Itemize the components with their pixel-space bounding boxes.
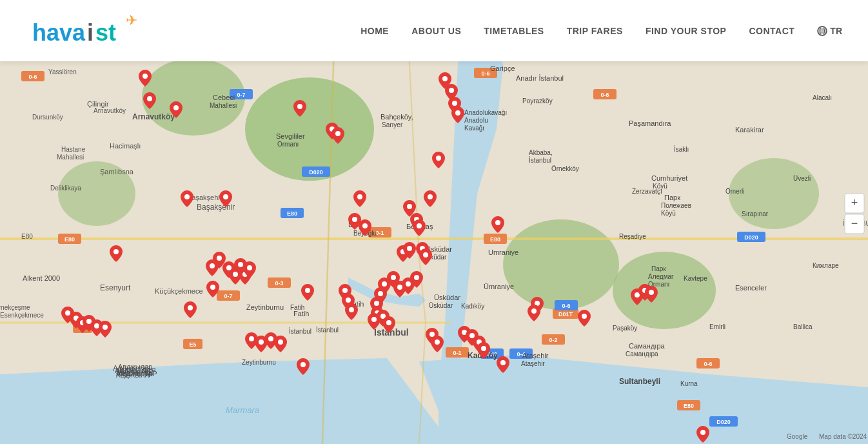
svg-text:Köyü: Köyü [661,210,676,217]
svg-text:Cebeci: Cebeci [213,94,235,101]
svg-text:st: st [95,19,116,46]
nav-links: HOME ABOUT US TIMETABLES TRIP FARES FIND… [360,26,842,36]
svg-text:E80: E80 [21,233,33,240]
svg-point-190 [278,339,283,345]
svg-text:Ömerli: Ömerli [725,188,744,195]
svg-text:Şamlıbsna: Şamlıbsna [100,168,134,176]
svg-text:0-2: 0-2 [549,337,557,343]
svg-text:D020: D020 [309,169,323,176]
svg-text:Örnekköy: Örnekköy [551,165,579,172]
svg-text:Arnavutköy: Arnavutköy [132,112,175,121]
svg-point-152 [297,104,302,109]
svg-point-220 [635,292,640,298]
svg-text:İstanbul: İstanbul [529,156,551,164]
svg-point-212 [582,314,587,319]
svg-text:Poyrazköy: Poyrazköy [522,97,553,105]
svg-point-5 [613,252,716,329]
svg-point-185 [305,288,310,293]
svg-text:✈: ✈ [126,12,137,28]
svg-text:Hacimaşlı: Hacimaşlı [110,142,141,150]
nav-trip-fares[interactable]: TRIP FARES [567,26,623,36]
nav-contact[interactable]: CONTACT [749,26,794,36]
svg-text:hava: hava [32,19,86,46]
svg-text:Reşadiye: Reşadiye [619,233,646,240]
svg-point-189 [268,336,273,341]
nav-find-stop[interactable]: FIND YOUR STOP [646,26,727,36]
svg-point-165 [407,246,412,251]
svg-point-178 [386,320,391,325]
svg-text:0-6: 0-6 [28,74,37,80]
svg-point-169 [406,281,411,287]
svg-point-150 [147,96,152,101]
svg-point-214 [469,333,475,338]
svg-text:Google: Google [787,433,808,440]
svg-point-202 [113,249,119,254]
svg-text:0-6: 0-6 [562,303,570,309]
svg-point-155 [442,76,448,81]
svg-text:Mahallesi: Mahallesi [57,154,84,161]
lang-label: TR [830,26,842,36]
svg-point-176 [371,317,377,322]
svg-text:−: − [851,217,858,230]
svg-text:İstanbul: İstanbul [316,326,339,334]
svg-text:Paşaköy: Paşaköy [613,325,637,332]
svg-point-160 [428,194,433,199]
svg-text:E80: E80 [64,236,75,243]
svg-point-194 [226,265,232,270]
svg-point-154 [335,131,340,136]
nav-about[interactable]: ABOUT US [411,26,461,36]
svg-text:Ballica: Ballica [793,323,813,330]
svg-point-167 [423,252,428,257]
svg-point-218 [435,339,440,345]
nav-home[interactable]: HOME [360,26,389,36]
svg-text:0-6: 0-6 [481,70,489,77]
language-selector[interactable]: TR [817,26,842,36]
svg-point-223 [700,430,705,435]
svg-text:0-1: 0-1 [375,230,384,236]
svg-text:Alkent 2000: Alkent 2000 [23,274,60,282]
svg-text:E80: E80 [490,236,500,243]
svg-text:0-1: 0-1 [453,350,461,356]
svg-text:Полежаев: Полежаев [661,202,691,209]
svg-text:0-3: 0-3 [275,280,283,287]
svg-text:Emirli: Emirli [709,323,725,330]
svg-text:Deliklikaya: Deliklikaya [50,185,81,192]
svg-point-222 [649,290,654,295]
svg-point-172 [382,281,387,287]
map-container[interactable]: E80 E80 E80 E80 E80 D020 0-6 0-7 0-6 0-6… [0,0,868,444]
svg-text:i: i [87,19,94,46]
svg-point-184 [349,307,354,312]
svg-text:Самандıра: Самандıра [629,342,666,350]
svg-text:Köyü: Köyü [653,183,667,190]
svg-text:0-7: 0-7 [224,293,232,299]
svg-point-206 [86,319,92,324]
svg-point-174 [374,301,379,306]
svg-text:Fatih: Fatih [293,310,309,318]
globe-icon [817,26,827,36]
svg-point-157 [452,101,457,106]
svg-text:0-7: 0-7 [237,92,245,98]
svg-text:Zeytinburnu: Zeytinburnu [242,359,276,366]
svg-point-188 [259,339,264,345]
svg-text:D020: D020 [744,234,758,241]
svg-point-217 [429,332,435,337]
svg-text:Alacalı: Alacalı [813,94,832,101]
svg-point-159 [436,156,441,161]
svg-text:Аледмаг: Аледмаг [648,273,674,280]
svg-point-193 [217,256,222,261]
svg-text:Cumhuriyet: Cumhuriyet [651,174,687,182]
logo-area[interactable]: hava i st ✈ [26,10,168,52]
svg-point-183 [346,298,351,303]
svg-text:Ümraniye: Ümraniye [484,283,514,290]
logo-svg: hava i st ✈ [26,10,168,52]
svg-text:Akbaba,: Akbaba, [529,149,553,156]
nav-timetables[interactable]: TIMETABLES [484,26,544,36]
svg-point-173 [378,291,383,296]
svg-text:Paşamandıra: Paşamandıra [629,119,671,127]
svg-point-211 [531,308,537,314]
svg-point-219 [500,360,506,365]
svg-point-216 [481,346,486,351]
svg-text:Ataşehir: Ataşehir [521,360,545,367]
svg-point-2 [245,77,374,181]
svg-point-181 [357,194,362,199]
